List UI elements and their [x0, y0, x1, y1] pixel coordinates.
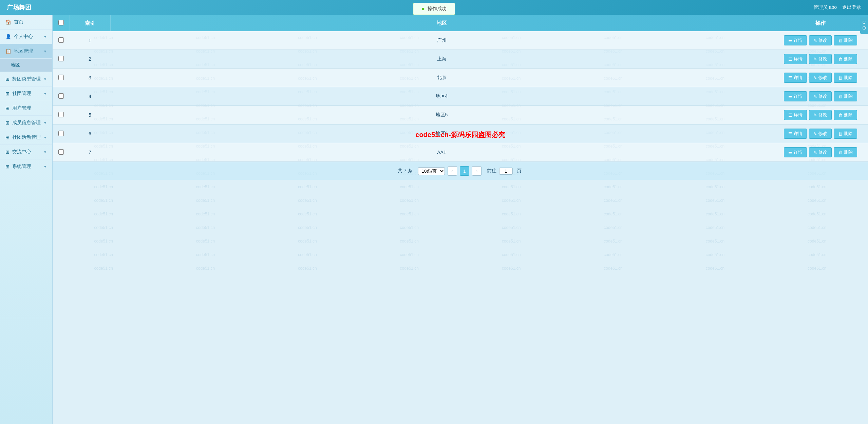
watermark-text: code51.cn — [808, 266, 826, 271]
sidebar-item-activity-mgmt[interactable]: ⊞ 社团活动管理 ▼ — [0, 130, 52, 145]
action-cell: ☰ 详情 ✎ 修改 🗑 删除 — [776, 147, 865, 157]
watermark-text: code51.cn — [94, 239, 113, 244]
sidebar-label-member-mgmt: 成员信息管理 — [12, 120, 41, 126]
person-icon: 👤 — [5, 34, 11, 39]
edit-button[interactable]: ✎ 修改 — [809, 54, 832, 64]
detail-button[interactable]: ☰ 详情 — [784, 35, 807, 45]
edit-icon: ✎ — [813, 94, 817, 99]
chevron-down-icon: ▼ — [43, 35, 47, 39]
next-page-button[interactable]: › — [472, 166, 482, 176]
row-checkbox[interactable] — [58, 93, 64, 99]
watermark-text: code51.cn — [298, 239, 317, 244]
delete-button[interactable]: 🗑 删除 — [834, 35, 857, 45]
detail-button[interactable]: ☰ 详情 — [784, 129, 807, 139]
row-actions: ☰ 详情 ✎ 修改 🗑 删除 — [773, 50, 868, 69]
action-cell: ☰ 详情 ✎ 修改 🗑 删除 — [776, 73, 865, 83]
edit-button[interactable]: ✎ 修改 — [809, 110, 832, 120]
watermark-text: code51.cn — [808, 198, 826, 203]
sidebar-item-sys-mgmt[interactable]: ⊞ 系统管理 ▼ — [0, 159, 52, 174]
row-checkbox[interactable] — [58, 37, 64, 43]
watermark-text: code51.cn — [196, 225, 215, 230]
row-checkbox-cell — [53, 50, 70, 69]
delete-button[interactable]: 🗑 删除 — [834, 129, 857, 139]
sidebar-item-club-mgmt[interactable]: ⊞ 社团管理 ▼ — [0, 86, 52, 101]
sidebar-label-activity-mgmt: 社团活动管理 — [12, 134, 41, 140]
row-checkbox[interactable] — [58, 75, 64, 80]
detail-button[interactable]: ☰ 详情 — [784, 110, 807, 120]
edit-button[interactable]: ✎ 修改 — [809, 129, 832, 139]
delete-button[interactable]: 🗑 删除 — [834, 91, 857, 101]
list-icon: 📋 — [5, 49, 11, 54]
sidebar-item-exchange[interactable]: ⊞ 交流中心 ▼ — [0, 145, 52, 159]
page-size-select[interactable]: 10条/页 20条/页 50条/页 — [418, 167, 445, 175]
th-index: 索引 — [70, 15, 110, 31]
detail-button[interactable]: ☰ 详情 — [784, 147, 807, 157]
watermark-text: code51.cn — [94, 185, 113, 189]
row-index: 1 — [70, 31, 110, 50]
select-all-checkbox[interactable] — [58, 20, 64, 25]
edit-label: 修改 — [818, 131, 827, 137]
sidebar-label-user-mgmt: 用户管理 — [12, 105, 47, 111]
detail-label: 详情 — [794, 93, 803, 99]
pagination-total: 共 7 条 — [398, 168, 413, 174]
row-checkbox[interactable] — [58, 56, 64, 61]
delete-button[interactable]: 🗑 删除 — [834, 54, 857, 64]
table-row: 4 地区4 ☰ 详情 ✎ 修改 🗑 删除 — [53, 87, 868, 106]
delete-button[interactable]: 🗑 删除 — [834, 73, 857, 83]
edit-button[interactable]: ✎ 修改 — [809, 35, 832, 45]
prev-page-button[interactable]: ‹ — [448, 166, 457, 176]
grid-icon-7: ⊞ — [5, 164, 10, 169]
sidebar-item-area-mgmt[interactable]: 📋 地区管理 ▼ — [0, 44, 52, 59]
delete-button[interactable]: 🗑 删除 — [834, 147, 857, 157]
edit-label: 修改 — [818, 149, 827, 155]
watermark-text: code51.cn — [196, 266, 215, 271]
pagination-bar: 共 7 条 10条/页 20条/页 50条/页 ‹ 1 › 前往 页 — [53, 162, 868, 180]
watermark-text: code51.cn — [808, 239, 826, 244]
sidebar-item-home[interactable]: 🏠 首页 — [0, 15, 52, 30]
row-area: AA1 — [110, 143, 773, 162]
watermark-text: code51.cn — [400, 266, 419, 271]
row-checkbox[interactable] — [58, 149, 64, 155]
watermark-line: code51.cncode51.cncode51.cncode51.cncode… — [53, 185, 868, 189]
detail-label: 详情 — [794, 75, 803, 81]
sidebar-label-sys-mgmt: 系统管理 — [12, 163, 41, 170]
grid-icon-6: ⊞ — [5, 149, 10, 155]
watermark-text: code51.cn — [196, 239, 215, 244]
page-unit-label: 页 — [517, 168, 522, 174]
logout-button[interactable]: 退出登录 — [842, 4, 861, 11]
watermark-text: code51.cn — [196, 212, 215, 216]
detail-button[interactable]: ☰ 详情 — [784, 91, 807, 101]
data-table: 索引 地区 操作 1 广州 ☰ 详情 — [53, 15, 868, 162]
action-cell: ☰ 详情 ✎ 修改 🗑 删除 — [776, 91, 865, 101]
watermark-text: code51.cn — [298, 266, 317, 271]
row-checkbox[interactable] — [58, 112, 64, 117]
sidebar-item-personal[interactable]: 👤 个人中心 ▼ — [0, 30, 52, 44]
page-1-button[interactable]: 1 — [460, 166, 469, 176]
toast-message: 操作成功 — [428, 6, 447, 12]
sidebar-item-troupe-type[interactable]: ⊞ 舞团类型管理 ▼ — [0, 72, 52, 86]
row-actions: ☰ 详情 ✎ 修改 🗑 删除 — [773, 87, 868, 106]
sidebar: 🏠 首页 👤 个人中心 ▼ 📋 地区管理 ▼ 地区 ⊞ 舞团类型管理 ▼ ⊞ 社… — [0, 15, 53, 424]
edit-button[interactable]: ✎ 修改 — [809, 73, 832, 83]
th-action: 操作 — [773, 15, 868, 31]
detail-button[interactable]: ☰ 详情 — [784, 73, 807, 83]
delete-button[interactable]: 🗑 删除 — [834, 110, 857, 120]
detail-label: 详情 — [794, 56, 803, 62]
detail-button[interactable]: ☰ 详情 — [784, 54, 807, 64]
goto-page-input[interactable] — [499, 168, 513, 175]
sidebar-item-user-mgmt[interactable]: ⊞ 用户管理 — [0, 101, 52, 116]
layout: 🏠 首页 👤 个人中心 ▼ 📋 地区管理 ▼ 地区 ⊞ 舞团类型管理 ▼ ⊞ 社… — [0, 15, 868, 424]
watermark-text: code51.cn — [94, 266, 113, 271]
edit-button[interactable]: ✎ 修改 — [809, 147, 832, 157]
watermark-text: code51.cn — [298, 225, 317, 230]
sidebar-label-club-mgmt: 社团管理 — [12, 91, 41, 97]
watermark-text: code51.cn — [706, 252, 724, 257]
table-row: 6 地区6 ☰ 详情 ✎ 修改 🗑 删除 — [53, 124, 868, 143]
detail-icon: ☰ — [788, 38, 792, 43]
row-index: 3 — [70, 69, 110, 87]
watermark-line: code51.cncode51.cncode51.cncode51.cncode… — [53, 266, 868, 271]
edit-button[interactable]: ✎ 修改 — [809, 91, 832, 101]
sidebar-item-member-mgmt[interactable]: ⊞ 成员信息管理 ▼ — [0, 116, 52, 130]
sidebar-item-area[interactable]: 地区 — [0, 59, 52, 72]
row-checkbox[interactable] — [58, 131, 64, 136]
